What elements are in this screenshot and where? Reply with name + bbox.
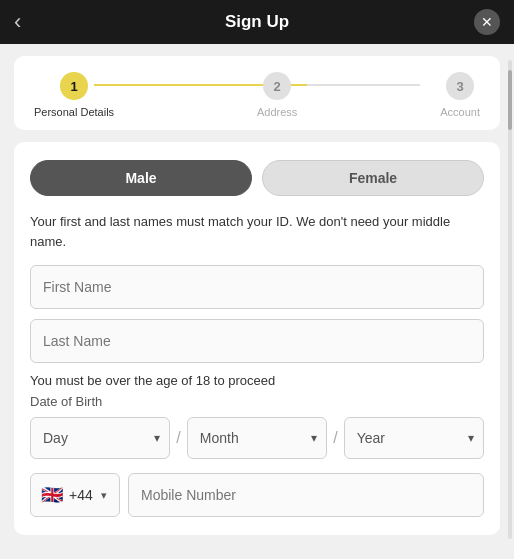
day-select[interactable]: Day bbox=[30, 417, 170, 459]
dob-label: Date of Birth bbox=[30, 394, 484, 409]
female-button[interactable]: Female bbox=[262, 160, 484, 196]
first-name-input[interactable] bbox=[30, 265, 484, 309]
dob-separator-2: / bbox=[327, 429, 343, 447]
country-code-selector[interactable]: 🇬🇧 +44 ▾ bbox=[30, 473, 120, 517]
step-1: 1 Personal Details bbox=[34, 72, 114, 118]
dob-separator-1: / bbox=[170, 429, 186, 447]
country-chevron-icon: ▾ bbox=[101, 489, 107, 502]
step-2-label: Address bbox=[257, 106, 297, 118]
step-1-circle: 1 bbox=[60, 72, 88, 100]
age-warning-text: You must be over the age of 18 to procee… bbox=[30, 373, 484, 388]
page-title: Sign Up bbox=[225, 12, 289, 32]
step-3: 3 Account bbox=[440, 72, 480, 118]
year-select-wrap: Year ▾ bbox=[344, 417, 484, 459]
main-content: Male Female Your first and last names mu… bbox=[14, 142, 500, 535]
name-info-text: Your first and last names must match you… bbox=[30, 212, 484, 251]
scrollbar bbox=[508, 60, 512, 539]
mobile-number-input[interactable] bbox=[128, 473, 484, 517]
close-button[interactable]: ✕ bbox=[474, 9, 500, 35]
step-3-label: Account bbox=[440, 106, 480, 118]
step-3-circle: 3 bbox=[446, 72, 474, 100]
gender-toggle: Male Female bbox=[30, 160, 484, 196]
male-button[interactable]: Male bbox=[30, 160, 252, 196]
last-name-input[interactable] bbox=[30, 319, 484, 363]
step-1-label: Personal Details bbox=[34, 106, 114, 118]
step-2-circle: 2 bbox=[263, 72, 291, 100]
country-code-text: +44 bbox=[69, 487, 93, 503]
scrollbar-thumb bbox=[508, 70, 512, 130]
year-select[interactable]: Year bbox=[344, 417, 484, 459]
dob-row: Day ▾ / Month ▾ / Year ▾ bbox=[30, 417, 484, 459]
back-button[interactable]: ‹ bbox=[14, 11, 21, 33]
mobile-row: 🇬🇧 +44 ▾ bbox=[30, 473, 484, 517]
close-icon: ✕ bbox=[481, 14, 493, 30]
day-select-wrap: Day ▾ bbox=[30, 417, 170, 459]
flag-icon: 🇬🇧 bbox=[41, 484, 63, 506]
progress-steps: 1 Personal Details 2 Address 3 Account bbox=[14, 56, 500, 130]
month-select-wrap: Month ▾ bbox=[187, 417, 327, 459]
page-wrapper: ‹ Sign Up ✕ 1 Personal Details 2 Address… bbox=[0, 0, 514, 559]
month-select[interactable]: Month bbox=[187, 417, 327, 459]
step-2: 2 Address bbox=[257, 72, 297, 118]
header: ‹ Sign Up ✕ bbox=[0, 0, 514, 44]
